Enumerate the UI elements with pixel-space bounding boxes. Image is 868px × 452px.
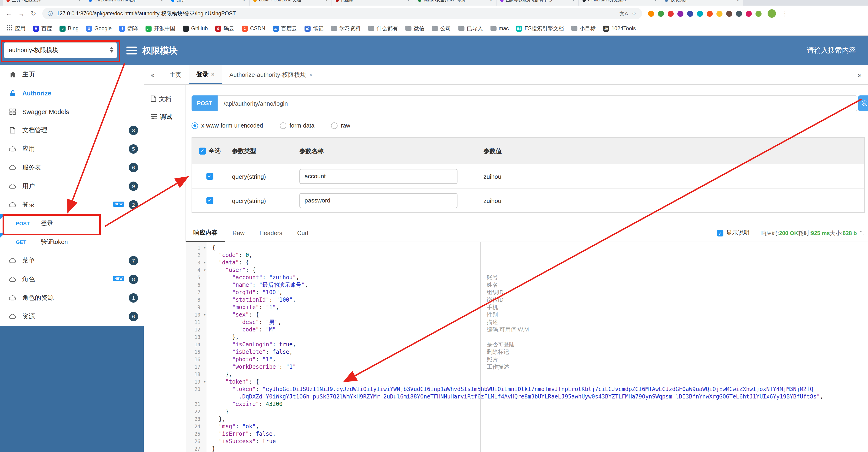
response-tab-Raw[interactable]: Raw: [225, 224, 252, 242]
request-url-field[interactable]: /api/authority/anno/login: [218, 95, 857, 111]
sidebar-item-服务表[interactable]: 服务表6: [0, 158, 144, 177]
bookmark-item[interactable]: 微信: [405, 24, 425, 33]
sidebar-item-主页[interactable]: 主页: [0, 65, 144, 84]
bookmark-item[interactable]: 小目标: [571, 24, 595, 33]
extension-icon[interactable]: [716, 10, 722, 17]
send-button[interactable]: 发: [858, 95, 868, 111]
collapse-tabs-icon[interactable]: «: [151, 71, 155, 79]
bookmark-item[interactable]: ESES搜索引擎文档: [516, 25, 564, 32]
tab-close-icon[interactable]: ×: [490, 0, 492, 3]
bookmark-star-icon[interactable]: ☆: [632, 10, 637, 17]
tab-close-icon[interactable]: ×: [309, 72, 312, 78]
sidebar-item-角色[interactable]: 角色NEW8: [0, 270, 144, 289]
bookmark-item[interactable]: 云百度云: [273, 25, 297, 32]
sidebar-item-应用[interactable]: 应用5: [0, 140, 144, 158]
sidebar-item-角色的资源[interactable]: 角色的资源1: [0, 289, 144, 307]
tab-close-icon[interactable]: ×: [407, 0, 410, 3]
sidebar-item-文档管理[interactable]: 文档管理3: [0, 121, 144, 140]
extension-icon[interactable]: [745, 10, 751, 17]
fold-arrow-icon[interactable]: ▾: [204, 268, 206, 272]
bookmark-item[interactable]: 学习资料: [331, 24, 361, 33]
bookmark-item[interactable]: GGoogle: [86, 25, 112, 31]
extension-icon[interactable]: [726, 10, 732, 17]
radio-icon[interactable]: [280, 122, 286, 129]
param-name-input[interactable]: account: [300, 169, 458, 183]
response-tab-Headers[interactable]: Headers: [252, 224, 290, 242]
extension-icon[interactable]: [707, 10, 712, 17]
select-all-checkbox[interactable]: ✓: [199, 147, 206, 154]
tab-close-icon[interactable]: ×: [325, 0, 328, 3]
bookmark-item[interactable]: 开开源中国: [146, 25, 175, 32]
bookmark-item[interactable]: bBing: [60, 25, 79, 31]
tab-close-icon[interactable]: ×: [211, 71, 215, 78]
tab-close-icon[interactable]: ×: [243, 0, 246, 3]
bookmark-item[interactable]: mac: [490, 24, 508, 33]
extension-icon[interactable]: [687, 10, 693, 17]
fold-arrow-icon[interactable]: ▾: [204, 260, 206, 265]
bookmark-item[interactable]: 101024Tools: [603, 25, 636, 31]
sidebar-item-用户[interactable]: 用户9: [0, 177, 144, 196]
fold-arrow-icon[interactable]: ▾: [204, 245, 206, 250]
url-field[interactable]: ⓘ 127.0.0.1:8760/api/gate/doc.html#/auth…: [42, 8, 642, 19]
doc-tab-文档[interactable]: 文档: [144, 90, 186, 108]
profile-avatar[interactable]: [767, 9, 776, 18]
bookmark-item[interactable]: 公司: [432, 24, 451, 33]
tab-Authorize-authority-权限模块[interactable]: Authorize-authority-权限模块×: [222, 65, 320, 84]
browser-tab[interactable]: 知乎×: [167, 0, 249, 6]
reload-icon[interactable]: ↻: [31, 10, 36, 17]
translate-icon[interactable]: 文A: [620, 10, 628, 17]
tab-close-icon[interactable]: ×: [572, 0, 575, 3]
content-type-option[interactable]: raw: [331, 122, 350, 129]
response-tab-响应内容[interactable]: 响应内容: [186, 224, 225, 242]
tab-登录[interactable]: 登录×: [189, 65, 222, 84]
back-icon[interactable]: ←: [6, 10, 12, 17]
fold-arrow-icon[interactable]: ▾: [204, 379, 206, 384]
browser-tab[interactable]: LDAP - Compose 文档×: [250, 0, 332, 6]
radio-icon[interactable]: [331, 122, 338, 129]
param-name-input[interactable]: password: [300, 193, 458, 208]
tab-close-icon[interactable]: ×: [78, 0, 81, 3]
browser-tab[interactable]: 权限系统×: [661, 0, 743, 6]
sidebar-item-菜单[interactable]: 菜单7: [0, 251, 144, 270]
bookmark-item[interactable]: 什么都有: [368, 24, 398, 33]
tab-主页[interactable]: 主页: [162, 65, 189, 84]
fullscreen-icon[interactable]: [860, 231, 864, 235]
forward-icon[interactable]: →: [18, 10, 25, 17]
param-value-input[interactable]: zuihou: [484, 197, 501, 204]
sidebar-item-Swagger Models[interactable]: Swagger Models: [0, 103, 144, 121]
response-tab-Curl[interactable]: Curl: [290, 224, 316, 242]
row-checkbox[interactable]: ✓: [206, 197, 213, 204]
show-description-checkbox[interactable]: ✓: [717, 230, 723, 236]
extension-icon[interactable]: [658, 10, 664, 17]
param-value-input[interactable]: zuihou: [484, 173, 501, 180]
fold-arrow-icon[interactable]: ▾: [204, 312, 206, 317]
browser-tab[interactable]: hbase×: [332, 0, 414, 6]
site-info-icon[interactable]: ⓘ: [48, 10, 53, 17]
row-checkbox[interactable]: ✓: [206, 173, 213, 180]
browser-menu-icon[interactable]: ⋮: [782, 10, 788, 17]
bookmark-item[interactable]: 译翻译: [119, 25, 138, 32]
bookmark-item[interactable]: 已导入: [458, 24, 483, 33]
browser-tab[interactable]: 利用不安全的JWT令牌×: [414, 0, 496, 6]
browser-tab[interactable]: temporary interval 教程×: [85, 0, 167, 6]
sidebar-item-登录[interactable]: 登录NEW2: [0, 196, 144, 214]
bookmark-item[interactable]: G码云: [215, 25, 234, 32]
content-type-option[interactable]: x-www-form-urlencoded: [191, 122, 263, 129]
menu-toggle-icon[interactable]: [126, 47, 137, 56]
extension-icon[interactable]: [755, 10, 761, 17]
extension-icon[interactable]: [677, 10, 683, 17]
sidebar-endpoint-POST[interactable]: POST登录: [0, 214, 144, 233]
bookmark-item[interactable]: 百百度: [33, 25, 52, 32]
sidebar-item-Authorize[interactable]: Authorize: [0, 84, 144, 103]
tab-close-icon[interactable]: ×: [654, 0, 657, 3]
tab-close-icon[interactable]: ×: [160, 0, 163, 3]
extension-icon[interactable]: [668, 10, 674, 17]
extension-icon[interactable]: [648, 10, 654, 17]
url-text[interactable]: 127.0.0.1:8760/api/gate/doc.html#/author…: [57, 10, 616, 17]
doc-tab-调试[interactable]: 调试: [144, 108, 186, 126]
bookmark-item[interactable]: 应用: [6, 24, 26, 33]
content-type-option[interactable]: form-data: [280, 122, 314, 129]
bookmark-item[interactable]: GitHub: [183, 25, 208, 31]
extension-icon[interactable]: [736, 10, 742, 17]
browser-tab[interactable]: github pass分支规范×: [579, 0, 661, 6]
